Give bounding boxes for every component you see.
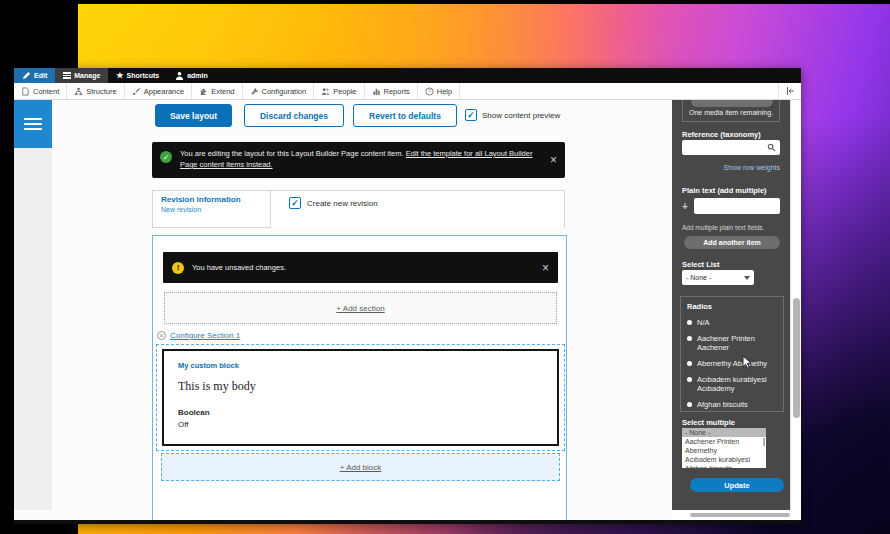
- add-block-link[interactable]: + Add block: [340, 463, 382, 472]
- success-icon: ✓: [160, 151, 172, 163]
- desktop: Edit Manage ★ Shortcuts admin Content: [0, 0, 890, 534]
- toolbar-admin-user[interactable]: admin: [167, 68, 216, 83]
- configure-section-link[interactable]: Configure Section 1: [170, 331, 240, 340]
- status-text: You are editing the layout for this Layo…: [180, 148, 540, 170]
- revision-tab-content: ✓ Create new revision: [271, 191, 378, 228]
- media-remaining-note: One media item remaining.: [683, 109, 779, 116]
- custom-block[interactable]: My custom block This is my body Boolean …: [162, 349, 559, 446]
- radio-option[interactable]: Abernethy Abernethy: [687, 359, 777, 368]
- menu-item-content[interactable]: Content: [14, 83, 67, 99]
- update-button[interactable]: Update: [690, 478, 784, 492]
- add-another-item-button[interactable]: Add another item: [684, 236, 780, 249]
- scrollbar-thumb[interactable]: [793, 298, 800, 418]
- radio-option[interactable]: Afghan biscuits: [687, 400, 777, 409]
- menu-item-label: Extend: [211, 87, 234, 96]
- menu-item-help[interactable]: ? Help: [418, 83, 460, 99]
- radio-label: Afghan biscuits: [697, 400, 748, 409]
- plain-text-help: Add multiple plain text fields.: [682, 224, 764, 231]
- menu-item-label: Help: [437, 87, 452, 96]
- radio-icon: [687, 361, 692, 366]
- block-field-label: Boolean: [178, 408, 543, 417]
- radios-fieldset: Radios N/A Aachener Printen Aachener Abe…: [680, 296, 784, 412]
- close-icon[interactable]: ×: [534, 262, 549, 274]
- toolbar-orientation-toggle[interactable]: [778, 83, 801, 99]
- listbox-scrollbar[interactable]: [763, 438, 765, 446]
- menu-item-people[interactable]: People: [314, 83, 364, 99]
- close-icon[interactable]: ×: [542, 154, 557, 166]
- radio-icon: [687, 336, 692, 341]
- unsaved-changes-text: You have unsaved changes.: [192, 263, 286, 272]
- warning-icon: !: [172, 262, 184, 274]
- toolbar-manage[interactable]: Manage: [55, 68, 108, 83]
- reference-taxonomy-label: Reference (taxonomy): [682, 130, 761, 139]
- window-bottom-edge: [14, 520, 801, 524]
- radios-label: Radios: [687, 302, 777, 311]
- chevron-down-icon: [744, 276, 750, 280]
- discard-changes-button[interactable]: Discard changes: [244, 104, 344, 127]
- remove-section-icon[interactable]: ×: [157, 331, 166, 340]
- listbox-option-selected[interactable]: - None -: [682, 428, 766, 437]
- show-row-weights-link[interactable]: Show row weights: [682, 164, 780, 171]
- toolbar-manage-label: Manage: [74, 72, 100, 79]
- menu-item-label: Structure: [86, 87, 116, 96]
- select-list-label: Select List: [682, 260, 720, 269]
- revert-to-defaults-button[interactable]: Revert to defaults: [353, 104, 457, 127]
- plain-text-input[interactable]: [694, 198, 780, 214]
- drag-handle-icon[interactable]: +: [682, 201, 688, 212]
- layout-builder-main: Save layout Discard changes Revert to de…: [52, 100, 672, 520]
- menu-item-structure[interactable]: Structure: [67, 83, 124, 99]
- reference-taxonomy-input[interactable]: [682, 140, 780, 155]
- listbox-option[interactable]: Afghan biscuits: [682, 464, 766, 468]
- toolbar-admin-label: admin: [187, 72, 208, 79]
- create-new-revision-checkbox[interactable]: ✓: [289, 197, 301, 209]
- configure-section-row: × Configure Section 1: [157, 331, 240, 340]
- revision-information-tab[interactable]: Revision information New revision: [153, 191, 271, 228]
- mouse-cursor: [742, 355, 754, 369]
- menu-item-label: Content: [33, 87, 59, 96]
- toolbar-edit[interactable]: Edit: [14, 68, 55, 83]
- menu-item-configuration[interactable]: Configuration: [243, 83, 315, 99]
- listbox-option[interactable]: Acıbadem kurabiyesi: [682, 455, 766, 464]
- radio-icon: [687, 377, 692, 382]
- search-icon: [767, 143, 776, 152]
- menu-item-extend[interactable]: Extend: [192, 83, 242, 99]
- horizontal-scrollbar[interactable]: [672, 510, 801, 520]
- save-layout-button[interactable]: Save layout: [155, 104, 232, 127]
- add-section-link[interactable]: + Add section: [336, 304, 384, 313]
- plain-text-label: Plain text (add multiple): [682, 186, 767, 195]
- menu-item-label: Configuration: [262, 87, 307, 96]
- radio-option[interactable]: Acıbadem kurabiyesi Acıbademy: [687, 375, 777, 393]
- sidebar-menu-toggle[interactable]: [14, 100, 52, 148]
- radio-icon: [687, 320, 692, 325]
- media-button-partial[interactable]: [691, 100, 773, 107]
- add-block-region[interactable]: + Add block: [161, 453, 560, 481]
- select-multiple-listbox[interactable]: - None - Aachener Printen Abernethy Acıb…: [682, 428, 766, 468]
- collapse-left-icon: [785, 86, 795, 96]
- bar-chart-icon: [372, 87, 381, 96]
- menu-item-reports[interactable]: Reports: [365, 83, 418, 99]
- listbox-option[interactable]: Abernethy: [682, 446, 766, 455]
- scrollbar-thumb[interactable]: [690, 513, 790, 517]
- block-title: My custom block: [178, 361, 543, 370]
- sidebar-scrollbar[interactable]: [790, 100, 801, 510]
- hamburger-icon: [24, 115, 42, 133]
- select-list-dropdown[interactable]: - None -: [682, 270, 754, 285]
- radio-option[interactable]: Aachener Printen Aachener: [687, 334, 777, 352]
- revision-information-title: Revision information: [161, 195, 262, 204]
- check-icon: ✓: [467, 111, 475, 120]
- add-section-top[interactable]: + Add section: [164, 292, 557, 324]
- radio-option[interactable]: N/A: [687, 318, 777, 327]
- listbox-option[interactable]: Aachener Printen: [682, 437, 766, 446]
- toolbar-shortcuts[interactable]: ★ Shortcuts: [108, 68, 167, 83]
- radio-label: Aachener Printen Aachener: [697, 334, 777, 352]
- show-content-preview-checkbox[interactable]: ✓: [465, 109, 477, 121]
- layout-section[interactable]: My custom block This is my body Boolean …: [156, 344, 565, 451]
- check-icon: ✓: [163, 152, 170, 163]
- menu-item-appearance[interactable]: Appearance: [125, 83, 192, 99]
- radio-label: Abernethy Abernethy: [697, 359, 767, 368]
- new-revision-link[interactable]: New revision: [161, 206, 262, 213]
- block-body-text: This is my body: [178, 379, 543, 394]
- layout-builder-region: ! You have unsaved changes. × + Add sect…: [152, 235, 567, 521]
- toolbar-top: Edit Manage ★ Shortcuts admin: [14, 68, 801, 83]
- menu-item-label: People: [333, 87, 356, 96]
